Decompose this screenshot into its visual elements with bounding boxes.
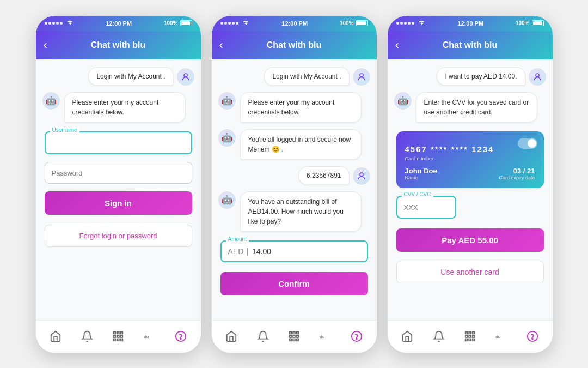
nav-help-1[interactable]: [170, 328, 191, 345]
nav-help-3[interactable]: [522, 328, 543, 345]
bot-bubble-2b: 🤖 You're all logged in and secure now Me…: [218, 129, 370, 160]
amount-input[interactable]: [252, 247, 360, 256]
user-bubble-2: Login with My Account .: [218, 67, 370, 86]
another-card-button[interactable]: Use another card: [396, 261, 544, 283]
wifi-icon-3: [418, 20, 426, 27]
nav-home-1[interactable]: [45, 328, 66, 345]
svg-point-38: [528, 331, 537, 341]
bot-message-2b: You're all logged in and secure now Meri…: [240, 129, 362, 160]
user-amount-text: 6.23567891: [298, 166, 349, 185]
status-time-1: 12:00 PM: [106, 20, 132, 27]
bot-message-3: Enter the CVV for you saved card or use …: [416, 92, 537, 123]
nav-grid-3[interactable]: [460, 328, 480, 345]
svg-point-27: [536, 74, 539, 77]
card-expiry-value: 03 / 21: [499, 167, 535, 175]
battery-icon-2: [356, 20, 368, 26]
forgot-link[interactable]: Forgot login or password: [45, 225, 192, 247]
bot-bubble-2a: 🤖 Please enter your my account credentia…: [218, 92, 370, 123]
user-message-3: I want to pay AED 14.00.: [437, 67, 525, 86]
back-button-3[interactable]: ‹: [395, 39, 399, 51]
nav-du-3[interactable]: du: [491, 328, 511, 345]
amount-currency: AED: [228, 247, 244, 256]
phone-1: 12:00 PM 100% ‹ Chat with blu Login with…: [35, 15, 201, 353]
signal-dots-3: [396, 22, 414, 25]
card-section: 4567 **** **** 1234 Card number John Doe…: [394, 129, 546, 286]
password-input[interactable]: [52, 169, 185, 177]
back-button-1[interactable]: ‹: [44, 39, 47, 51]
cvv-input-wrap[interactable]: [396, 196, 456, 219]
card-toggle[interactable]: [518, 138, 537, 149]
bot-bubble-3: 🤖 Enter the CVV for you saved card or us…: [394, 92, 546, 123]
header-1: ‹ Chat with blu: [36, 31, 201, 59]
svg-point-13: [360, 74, 363, 77]
username-input[interactable]: [52, 139, 185, 147]
user-bubble-3: I want to pay AED 14.00.: [394, 67, 546, 86]
bot-message-2a: Please enter your my account credentials…: [240, 92, 362, 123]
bottom-nav-3: du: [388, 320, 553, 353]
svg-rect-7: [114, 339, 116, 341]
status-bar-3: 12:00 PM 100%: [388, 16, 553, 31]
signal-dot-2: [48, 22, 51, 25]
card-expiry-label: Card expiry date: [499, 175, 535, 180]
nav-grid-2[interactable]: [284, 328, 304, 345]
header-title-3: Chat with blu: [443, 40, 497, 50]
cvv-group: CVV / CVC: [396, 196, 544, 219]
card-number: 4567 **** **** 1234: [405, 144, 535, 154]
header-3: ‹ Chat with blu: [388, 31, 553, 59]
signal-area-3: [396, 20, 426, 27]
confirm-button[interactable]: Confirm: [220, 272, 368, 295]
battery-label-1: 100%: [164, 20, 178, 26]
card-details-row: John Doe Name 03 / 21 Card expiry date: [405, 167, 535, 180]
svg-point-12: [180, 339, 181, 340]
amount-label: Amount: [226, 236, 249, 242]
cvv-label: CVV / CVC: [402, 191, 433, 197]
chat-area-1: Login with My Account . 🤖 Please enter y…: [36, 59, 201, 320]
nav-home-2[interactable]: [221, 328, 242, 345]
nav-bell-1[interactable]: [77, 328, 97, 345]
svg-rect-33: [473, 335, 475, 337]
svg-rect-29: [469, 332, 471, 334]
bot-avatar-2c: 🤖: [218, 191, 236, 209]
phones-container: 12:00 PM 100% ‹ Chat with blu Login with…: [30, 10, 559, 359]
status-bar-1: 12:00 PM 100%: [36, 16, 201, 31]
svg-text:du: du: [495, 334, 501, 339]
amount-input-wrap[interactable]: AED |: [220, 240, 368, 262]
cvv-input[interactable]: [404, 203, 449, 212]
signin-button[interactable]: Sign in: [45, 191, 192, 215]
back-button-2[interactable]: ‹: [219, 39, 223, 51]
svg-rect-4: [114, 335, 116, 337]
svg-rect-16: [293, 332, 295, 334]
svg-rect-9: [121, 339, 123, 341]
nav-grid-1[interactable]: [108, 328, 128, 345]
password-group[interactable]: [45, 162, 192, 184]
user-message-2: Login with My Account .: [264, 67, 349, 86]
user-avatar-2: [353, 68, 370, 86]
svg-rect-28: [465, 332, 468, 334]
svg-rect-15: [290, 332, 292, 334]
nav-help-2[interactable]: [346, 328, 367, 345]
svg-rect-23: [297, 339, 299, 341]
nav-home-3[interactable]: [397, 328, 418, 345]
nav-bell-2[interactable]: [253, 328, 273, 345]
svg-point-25: [352, 331, 362, 341]
signal-dot-5: [60, 22, 63, 25]
phone-2: 12:00 PM 100% ‹ Chat with blu Login with…: [211, 15, 377, 353]
card-expiry-section: 03 / 21 Card expiry date: [499, 167, 535, 180]
nav-bell-3[interactable]: [428, 328, 449, 345]
payment-buttons: Pay AED 55.00 Use another card: [396, 226, 544, 286]
username-input-wrap[interactable]: [45, 131, 192, 154]
nav-du-2[interactable]: du: [315, 328, 335, 345]
bot-bubble-2c: 🤖 You have an outstanding bill of AED14.…: [218, 191, 370, 232]
svg-rect-31: [465, 335, 468, 337]
svg-rect-6: [121, 335, 123, 337]
pay-button[interactable]: Pay AED 55.00: [396, 228, 544, 252]
nav-du-1[interactable]: du: [139, 328, 160, 345]
card-number-label: Card number: [405, 156, 535, 161]
card-holder-name: John Doe: [405, 167, 437, 175]
svg-rect-36: [473, 339, 475, 341]
login-form: Username Sign in Forgot login or passwor…: [42, 129, 194, 249]
svg-point-26: [356, 339, 357, 340]
svg-rect-3: [121, 332, 123, 334]
svg-point-14: [360, 173, 363, 176]
status-bar-2: 12:00 PM 100%: [212, 16, 377, 31]
